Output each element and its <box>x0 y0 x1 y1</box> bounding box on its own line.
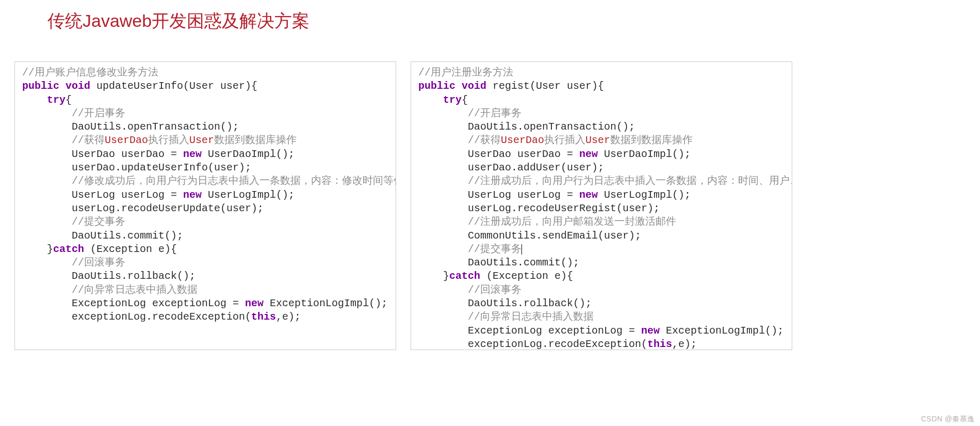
code-block-left: //用户账户信息修改业务方法 public void updateUserInf… <box>22 66 388 324</box>
comment: //开启事务 <box>468 107 521 119</box>
comment: //获得UserDao执行插入User数据到数据库操作 <box>468 134 693 146</box>
code-line: ExceptionLogImpl(); <box>264 297 387 309</box>
code-line: ExceptionLog exceptionLog = <box>468 325 641 337</box>
code-line: UserLogImpl(); <box>202 189 295 201</box>
code-line: ExceptionLog exceptionLog = <box>72 297 245 309</box>
comment: //用户账户信息修改业务方法 <box>22 67 158 78</box>
method-signature: updateUserInfo(User user){ <box>96 80 257 92</box>
keyword-new: new <box>245 297 264 309</box>
keyword-new: new <box>183 189 202 201</box>
code-line: ExceptionLogImpl(); <box>660 325 783 337</box>
keyword-catch: catch <box>449 270 480 282</box>
code-line: CommonUtils.sendEmail(user); <box>468 230 641 242</box>
comment: //注册成功后，向用户行为日志表中插入一条数据，内容：时间、用户、注册行为 <box>468 175 792 187</box>
code-line: DaoUtils.rollback(); <box>468 297 592 309</box>
keyword-try: try <box>443 94 462 106</box>
text-cursor <box>521 244 522 255</box>
comment: //向异常日志表中插入数据 <box>72 284 198 296</box>
code-line: DaoUtils.openTransaction(); <box>72 121 239 133</box>
brace-close: } <box>443 270 449 282</box>
catch-signature: (Exception e){ <box>84 243 177 255</box>
brace-close: } <box>47 243 53 255</box>
keyword-new: new <box>579 148 598 160</box>
code-line: UserLogImpl(); <box>598 189 691 201</box>
code-line: UserDao userDao = <box>468 148 579 160</box>
keyword-new: new <box>641 325 660 337</box>
comment: //提交事务 <box>72 216 125 228</box>
keyword-public: public <box>418 80 455 92</box>
code-line: userDao.updateUserInfo(user); <box>72 162 251 173</box>
code-block-right: //用户注册业务方法 public void regist(User user)… <box>418 66 785 350</box>
code-line: userLog.recodeUserUpdate(user); <box>72 202 264 214</box>
code-line: UserDaoImpl(); <box>598 148 691 160</box>
code-line: DaoUtils.rollback(); <box>72 270 195 282</box>
code-line: UserDao userDao = <box>72 148 183 160</box>
comment: //回滚事务 <box>72 257 125 269</box>
comment: //提交事务 <box>468 243 521 255</box>
comment: //注册成功后，向用户邮箱发送一封激活邮件 <box>468 216 676 228</box>
catch-signature: (Exception e){ <box>480 270 573 282</box>
comment: //回滚事务 <box>468 284 521 296</box>
code-line: UserLog userLog = <box>72 189 183 201</box>
code-line: exceptionLog.recodeException( <box>468 338 647 350</box>
code-panel-right: //用户注册业务方法 public void regist(User user)… <box>411 61 792 350</box>
method-signature: regist(User user){ <box>493 80 604 92</box>
code-line: ,e); <box>276 311 301 323</box>
keyword-catch: catch <box>53 243 84 255</box>
keyword-void: void <box>66 80 90 92</box>
code-line: DaoUtils.commit(); <box>468 257 579 269</box>
comment: //获得UserDao执行插入User数据到数据库操作 <box>72 134 297 146</box>
keyword-new: new <box>183 148 202 160</box>
code-line: userDao.addUser(user); <box>468 162 604 173</box>
code-panel-left: //用户账户信息修改业务方法 public void updateUserInf… <box>14 61 396 350</box>
keyword-this: this <box>647 338 672 350</box>
comment: //修改成功后，向用户行为日志表中插入一条数据，内容：修改时间等信息 <box>72 175 396 187</box>
keyword-void: void <box>462 80 486 92</box>
code-line: DaoUtils.openTransaction(); <box>468 121 635 133</box>
code-line: ,e); <box>672 338 697 350</box>
keyword-this: this <box>251 311 276 323</box>
keyword-try: try <box>47 94 66 106</box>
code-line: UserDaoImpl(); <box>202 148 295 160</box>
code-line: userLog.recodeUserRegist(user); <box>468 202 660 214</box>
code-line: UserLog userLog = <box>468 189 579 201</box>
comment: //开启事务 <box>72 107 125 119</box>
page-title: 传统Javaweb开发困惑及解决方案 <box>47 9 980 33</box>
code-panels: //用户账户信息修改业务方法 public void updateUserInf… <box>0 61 980 350</box>
code-line: exceptionLog.recodeException( <box>72 311 251 323</box>
code-line: DaoUtils.commit(); <box>72 230 183 242</box>
comment: //向异常日志表中插入数据 <box>468 311 594 323</box>
keyword-public: public <box>22 80 59 92</box>
keyword-new: new <box>579 189 598 201</box>
comment: //用户注册业务方法 <box>418 67 513 78</box>
